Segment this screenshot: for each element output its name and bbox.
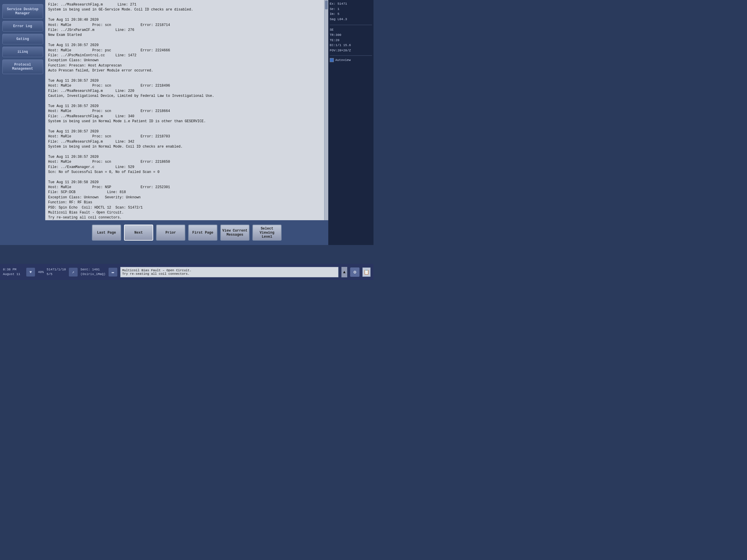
right-divider-2: [330, 55, 372, 56]
taskbar: 8:38 PM August 11 ♥ 49% 51471/1/10 5/5 ↗…: [0, 264, 374, 280]
taskbar-percent: 49%: [38, 270, 44, 274]
sidebar-item-ilinq[interactable]: iLinq: [2, 47, 43, 57]
te-value: TE:20: [330, 38, 372, 43]
sag-value: Sag L04.3: [330, 17, 372, 22]
taskbar-gear-icon[interactable]: ⚙: [350, 267, 360, 277]
ex-value: Ex: 51471: [330, 1, 372, 7]
date-value: August 11: [3, 272, 23, 276]
taskbar-scroll-arrow[interactable]: ▲: [341, 267, 347, 277]
sidebar-item-protocol-management[interactable]: Protocol Management: [2, 59, 43, 74]
sidebar-item-gating[interactable]: Gating: [2, 34, 43, 44]
sent-info: Sent: 1491 (Osirix_iMaQ): [80, 267, 106, 276]
taskbar-message-bar: Multicoil Bias Fault – Open Circuit. Try…: [120, 267, 338, 277]
ec-value: EC:1/1 15.6: [330, 43, 372, 48]
sidebar-item-error-log[interactable]: Error Log: [2, 21, 43, 31]
fov-value: FOV:28×28/Z: [330, 48, 372, 53]
next-button[interactable]: Next: [124, 224, 153, 241]
select-viewing-button[interactable]: Select Viewing Level: [252, 224, 282, 241]
taskbar-icon-heart: ♥: [26, 268, 35, 276]
scrollbar[interactable]: [324, 0, 328, 220]
prior-button[interactable]: Prior: [156, 224, 185, 241]
right-divider-1: [330, 25, 372, 25]
message-line-2: Try re-seating all coil connectors.: [122, 272, 336, 276]
im-value: Im: 5: [330, 12, 372, 17]
sent-sub: (Osirix_iMaQ): [80, 272, 106, 276]
view-current-button[interactable]: View Current Messages: [220, 224, 250, 241]
se-value: Se: 1: [330, 7, 372, 12]
last-page-button[interactable]: Last Page: [92, 224, 121, 241]
taskbar-clipboard-icon[interactable]: 📋: [362, 267, 370, 277]
time-value: 8:38 PM: [3, 267, 23, 272]
log-area: File: ../MsaResearchFlag.m Line: 271 Sys…: [45, 0, 328, 220]
sidebar-item-service-desktop-manager[interactable]: Service Desktop Manager: [2, 4, 43, 19]
autoview-row: Autoview: [330, 58, 372, 62]
se-label: SE: [330, 27, 372, 33]
taskbar-icon-bar: ▬: [108, 268, 117, 276]
scan-sub-value: 5/5: [47, 272, 66, 276]
log-content: File: ../MsaResearchFlag.m Line: 271 Sys…: [48, 2, 325, 220]
taskbar-time: 8:38 PM August 11: [3, 267, 23, 276]
message-line-1: Multicoil Bias Fault – Open Circuit.: [122, 269, 336, 272]
bottom-buttons: Last Page Next Prior First Page View Cur…: [45, 220, 328, 245]
right-panel-top: Ex: 51471 Se: 1 Im: 5 Sag L04.3: [330, 1, 372, 22]
scroll-thumb[interactable]: [325, 1, 328, 9]
sent-label: Sent: 1491: [80, 267, 106, 272]
taskbar-icon-send: ↗: [69, 268, 78, 276]
autoview-label: Autoview: [335, 58, 351, 62]
scan-id-value: 51471/1/10: [47, 267, 66, 272]
taskbar-scan-id: 51471/1/10 5/5: [47, 267, 66, 276]
tr-value: TR:300: [330, 33, 372, 38]
right-panel: Ex: 51471 Se: 1 Im: 5 Sag L04.3 SE TR:30…: [328, 0, 374, 245]
right-panel-mid: SE TR:300 TE:20 EC:1/1 15.6 FOV:28×28/Z: [330, 27, 372, 53]
autoview-checkbox[interactable]: [330, 58, 334, 62]
sidebar: Service Desktop Manager Error Log Gating…: [0, 0, 45, 245]
first-page-button[interactable]: First Page: [188, 224, 217, 241]
